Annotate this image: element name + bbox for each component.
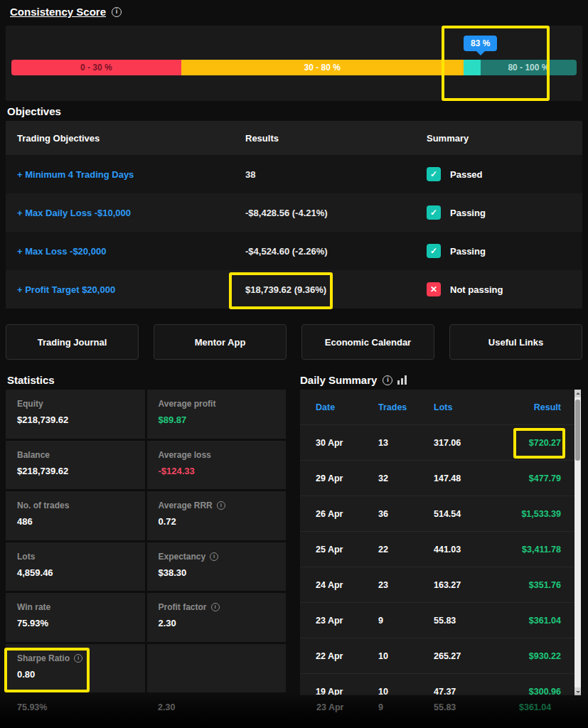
faded-win-rate-value: 75.93% <box>17 702 47 712</box>
stat-label-text: Expectancy <box>159 552 206 562</box>
stat-value: 75.93% <box>17 618 134 628</box>
daily-date: 29 Apr <box>316 473 378 483</box>
stat-card-expectancy: Expectancy i $38.30 <box>147 542 287 592</box>
column-results: Results <box>245 133 427 144</box>
column-date[interactable]: Date <box>316 402 378 412</box>
check-icon: ✓ <box>427 167 441 181</box>
daily-trades: 22 <box>378 545 434 555</box>
objectives-table-header: Trading Objectives Results Summary <box>6 121 582 155</box>
stat-card-average-rrr: Average RRR i 0.72 <box>147 491 287 540</box>
stat-label: Lots <box>17 552 134 562</box>
objective-row-profit-target: + Profit Target $20,000 $18,739.62 (9.36… <box>6 270 582 309</box>
stat-label: Average loss <box>159 450 275 460</box>
daily-trades: 23 <box>378 580 434 590</box>
stat-label-text: Sharpe Ratio <box>17 653 70 663</box>
trading-journal-button[interactable]: Trading Journal <box>6 324 139 360</box>
info-icon[interactable]: i <box>74 654 82 663</box>
info-icon[interactable]: i <box>112 7 122 17</box>
daily-row: 25 Apr 22 441.03 $3,411.78 <box>300 532 581 567</box>
score-segment-high: 80 - 100 % <box>481 60 577 75</box>
scroll-up-button[interactable] <box>574 390 581 397</box>
quick-links-bar: Trading Journal Mentor App Economic Cale… <box>6 324 582 360</box>
score-segment-low: 0 - 30 % <box>11 60 181 75</box>
daily-result: $351.76 <box>512 580 561 590</box>
info-icon[interactable]: i <box>383 375 392 385</box>
column-summary: Summary <box>427 133 582 144</box>
stat-card-no-of-trades: No. of trades 486 <box>6 491 145 540</box>
daily-result: $477.79 <box>512 473 561 483</box>
stat-label: Sharpe Ratio i <box>17 653 134 663</box>
info-icon[interactable]: i <box>217 501 225 510</box>
daily-summary-table: Date Trades Lots Result 30 Apr 13 317.06… <box>300 390 581 695</box>
daily-lots: 514.54 <box>434 509 512 519</box>
bottom-fade-overlay <box>0 692 588 728</box>
stat-value: $89.87 <box>159 414 275 425</box>
stat-label: Expectancy i <box>159 552 275 562</box>
score-segment-low-label: 0 - 30 % <box>80 63 112 73</box>
objective-link[interactable]: + Max Loss -$20,000 <box>17 246 245 257</box>
daily-row: 22 Apr 10 265.27 $930.22 <box>300 638 581 674</box>
column-trading-objectives: Trading Objectives <box>17 133 245 144</box>
objective-status-label: Not passing <box>450 284 503 295</box>
objective-result: -$4,524.60 (-2.26%) <box>245 246 427 257</box>
objective-link[interactable]: + Minimum 4 Trading Days <box>17 169 245 180</box>
stat-value: 4,859.46 <box>17 567 134 578</box>
useful-links-button[interactable]: Useful Links <box>449 324 582 360</box>
info-icon[interactable]: i <box>211 603 220 611</box>
score-segment-high-label: 80 - 100 % <box>508 63 549 73</box>
daily-date: 25 Apr <box>316 545 378 555</box>
faded-daily-lots: 55.83 <box>434 702 456 712</box>
mentor-app-button[interactable]: Mentor App <box>154 324 287 360</box>
column-lots[interactable]: Lots <box>434 402 512 412</box>
info-icon[interactable]: i <box>210 552 218 561</box>
scrollbar-thumb[interactable] <box>575 400 580 461</box>
stat-card-average-loss: Average loss -$124.33 <box>147 441 287 490</box>
consistency-score-panel: 0 - 30 % 30 - 80 % 80 - 100 % 83 % <box>6 26 582 101</box>
objective-link[interactable]: + Profit Target $20,000 <box>17 284 245 295</box>
stat-card-empty <box>147 644 287 693</box>
daily-date: 26 Apr <box>316 509 378 519</box>
objective-row-min-trading-days: + Minimum 4 Trading Days 38 ✓ Passed <box>6 155 582 193</box>
objective-status: ✓ Passing <box>427 244 582 258</box>
stat-value: 0.80 <box>17 669 134 680</box>
objective-status: ✕ Not passing <box>427 282 582 296</box>
daily-row: 26 Apr 36 514.54 $1,533.39 <box>300 496 581 532</box>
daily-row: 30 Apr 13 317.06 $720.27 <box>300 425 581 461</box>
scrollbar[interactable] <box>574 390 581 695</box>
stat-label: Balance <box>17 450 134 460</box>
stat-label: No. of trades <box>17 500 134 510</box>
stat-value: $38.30 <box>159 567 275 578</box>
score-value-tooltip: 83 % <box>464 36 497 51</box>
column-result[interactable]: Result <box>512 402 561 412</box>
objective-result: -$8,428.56 (-4.21%) <box>245 208 427 218</box>
bar-chart-icon[interactable] <box>397 375 407 385</box>
stat-label: Equity <box>17 399 134 409</box>
economic-calendar-button[interactable]: Economic Calendar <box>301 324 434 360</box>
trading-dashboard: Consistency Score i 0 - 30 % 30 - 80 % 8… <box>0 0 588 728</box>
daily-lots: 317.06 <box>434 438 512 448</box>
statistics-title: Statistics <box>7 374 55 386</box>
stat-label: Profit factor i <box>159 602 275 612</box>
stat-card-win-rate: Win rate 75.93% <box>6 593 145 642</box>
objective-link[interactable]: + Max Daily Loss -$10,000 <box>17 208 245 218</box>
daily-date: 23 Apr <box>316 616 378 626</box>
stat-label: Win rate <box>17 602 134 612</box>
stat-card-sharpe-ratio: Sharpe Ratio i 0.80 <box>6 644 145 693</box>
column-trades[interactable]: Trades <box>378 402 434 412</box>
stat-card-average-profit: Average profit $89.87 <box>147 390 287 439</box>
daily-lots: 55.83 <box>434 616 512 626</box>
objective-status: ✓ Passing <box>427 205 582 220</box>
daily-result: $930.22 <box>512 651 561 661</box>
daily-summary-heading-icons: i <box>383 375 407 385</box>
consistency-score-heading: Consistency Score i <box>10 6 122 18</box>
score-marker-fill <box>464 60 481 75</box>
stat-label: Average profit <box>159 399 275 409</box>
daily-trades: 9 <box>378 616 434 626</box>
daily-date: 22 Apr <box>316 651 378 661</box>
score-segment-mid-label: 30 - 80 % <box>304 63 341 73</box>
objective-status: ✓ Passed <box>427 167 582 181</box>
faded-daily-result: $361.04 <box>519 702 551 712</box>
objective-row-max-daily-loss: + Max Daily Loss -$10,000 -$8,428.56 (-4… <box>6 193 582 232</box>
objective-result: 38 <box>245 169 427 180</box>
stat-label-text: Profit factor <box>159 602 207 612</box>
